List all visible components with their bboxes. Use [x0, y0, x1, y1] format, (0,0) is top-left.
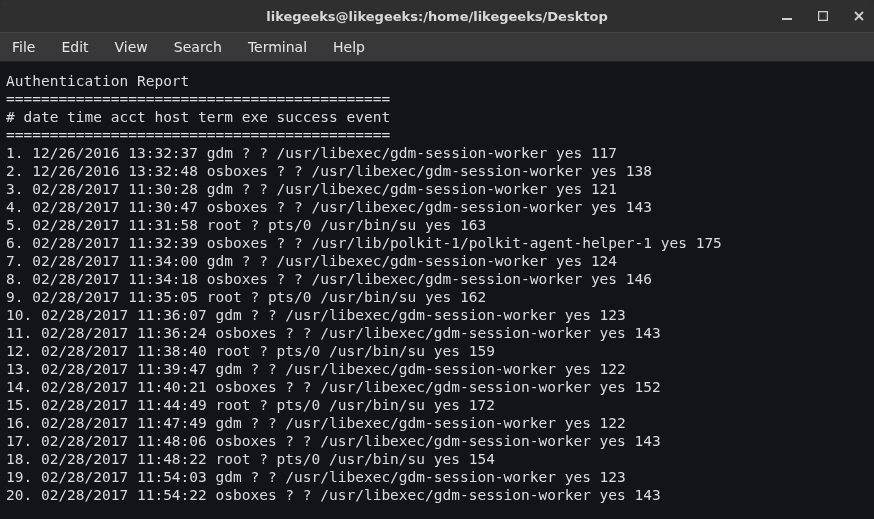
report-row: 5. 02/28/2017 11:31:58 root ? pts/0 /usr…: [6, 216, 868, 234]
report-row: 14. 02/28/2017 11:40:21 osboxes ? ? /usr…: [6, 378, 868, 396]
report-row: 10. 02/28/2017 11:36:07 gdm ? ? /usr/lib…: [6, 306, 868, 324]
report-row: 11. 02/28/2017 11:36:24 osboxes ? ? /usr…: [6, 324, 868, 342]
report-row: 3. 02/28/2017 11:30:28 gdm ? ? /usr/libe…: [6, 180, 868, 198]
report-row: 20. 02/28/2017 11:54:22 osboxes ? ? /usr…: [6, 486, 868, 504]
report-row: 2. 12/26/2016 13:32:48 osboxes ? ? /usr/…: [6, 162, 868, 180]
report-row: 17. 02/28/2017 11:48:06 osboxes ? ? /usr…: [6, 432, 868, 450]
minimize-icon: [782, 11, 792, 21]
menu-file[interactable]: File: [8, 37, 39, 57]
menu-terminal[interactable]: Terminal: [244, 37, 311, 57]
window-controls: [778, 0, 868, 32]
menubar: File Edit View Search Terminal Help: [0, 32, 874, 62]
close-button[interactable]: [850, 7, 868, 25]
report-row: 9. 02/28/2017 11:35:05 root ? pts/0 /usr…: [6, 288, 868, 306]
svg-rect-0: [782, 18, 792, 20]
report-row: 12. 02/28/2017 11:38:40 root ? pts/0 /us…: [6, 342, 868, 360]
report-row: 1. 12/26/2016 13:32:37 gdm ? ? /usr/libe…: [6, 144, 868, 162]
report-title: Authentication Report: [6, 72, 868, 90]
report-separator: ========================================…: [6, 90, 868, 108]
report-separator: ========================================…: [6, 126, 868, 144]
menu-edit[interactable]: Edit: [57, 37, 92, 57]
menu-help[interactable]: Help: [329, 37, 369, 57]
report-row: 6. 02/28/2017 11:32:39 osboxes ? ? /usr/…: [6, 234, 868, 252]
report-header: # date time acct host term exe success e…: [6, 108, 868, 126]
menu-view[interactable]: View: [111, 37, 152, 57]
window-title: likegeeks@likegeeks:/home/likegeeks/Desk…: [0, 9, 874, 24]
report-row: 15. 02/28/2017 11:44:49 root ? pts/0 /us…: [6, 396, 868, 414]
report-row: 4. 02/28/2017 11:30:47 osboxes ? ? /usr/…: [6, 198, 868, 216]
report-row: 13. 02/28/2017 11:39:47 gdm ? ? /usr/lib…: [6, 360, 868, 378]
terminal-output[interactable]: Authentication Report===================…: [0, 62, 874, 519]
report-row: 19. 02/28/2017 11:54:03 gdm ? ? /usr/lib…: [6, 468, 868, 486]
report-row: 16. 02/28/2017 11:47:49 gdm ? ? /usr/lib…: [6, 414, 868, 432]
report-row: 7. 02/28/2017 11:34:00 gdm ? ? /usr/libe…: [6, 252, 868, 270]
titlebar[interactable]: likegeeks@likegeeks:/home/likegeeks/Desk…: [0, 0, 874, 32]
maximize-icon: [818, 11, 828, 21]
maximize-button[interactable]: [814, 7, 832, 25]
minimize-button[interactable]: [778, 7, 796, 25]
close-icon: [854, 11, 864, 21]
menu-search[interactable]: Search: [170, 37, 226, 57]
report-row: 8. 02/28/2017 11:34:18 osboxes ? ? /usr/…: [6, 270, 868, 288]
svg-rect-1: [819, 12, 828, 21]
terminal-window: likegeeks@likegeeks:/home/likegeeks/Desk…: [0, 0, 874, 519]
report-row: 18. 02/28/2017 11:48:22 root ? pts/0 /us…: [6, 450, 868, 468]
